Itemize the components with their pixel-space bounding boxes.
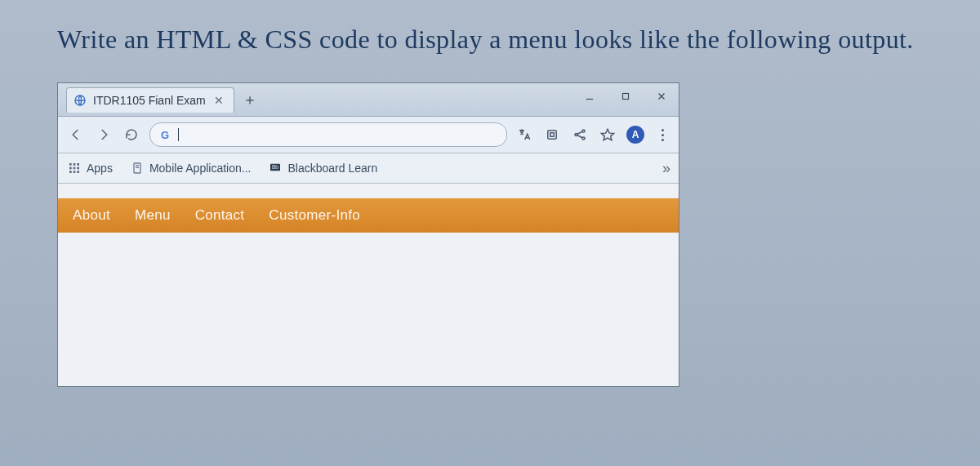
svg-rect-19: [69, 171, 72, 173]
profile-avatar[interactable]: A: [626, 126, 644, 144]
svg-rect-6: [550, 133, 555, 137]
bookmarks-bar: Apps Mobile Application... Bb Blackboard…: [58, 153, 679, 184]
close-window-button[interactable]: [649, 87, 674, 106]
toolbar-right: A: [515, 126, 670, 144]
svg-rect-18: [77, 167, 79, 170]
bookmark-apps[interactable]: Apps: [68, 162, 113, 175]
apps-grid-icon: [68, 162, 81, 175]
tab-bar: ITDR1105 Fianl Exam ✕ ＋: [58, 83, 679, 117]
maximize-button[interactable]: [613, 87, 638, 106]
bookmark-star-icon[interactable]: [599, 126, 617, 144]
menu-link-contact[interactable]: Contact: [195, 207, 245, 224]
menu-link-customer[interactable]: Customer-Info: [269, 207, 360, 224]
svg-point-9: [582, 137, 585, 140]
tab-title: ITDR1105 Fianl Exam: [93, 94, 206, 107]
menu-kebab-icon[interactable]: [654, 126, 670, 143]
svg-point-7: [575, 134, 577, 136]
back-button[interactable]: [66, 125, 86, 144]
svg-rect-20: [74, 171, 76, 173]
globe-icon: [74, 94, 87, 107]
bookmark-blackboard-learn[interactable]: Bb Blackboard Learn: [269, 162, 377, 175]
window-controls: [577, 87, 674, 106]
blackboard-icon: Bb: [269, 162, 282, 175]
svg-line-11: [577, 135, 582, 138]
bookmark-label: Blackboard Learn: [287, 162, 377, 175]
bookmarks-overflow-icon[interactable]: »: [662, 160, 670, 177]
svg-rect-2: [623, 94, 629, 100]
svg-rect-17: [74, 167, 76, 170]
close-tab-icon[interactable]: ✕: [212, 94, 225, 107]
orange-menu-bar: About Menu Contact Customer-Info: [58, 198, 679, 233]
svg-rect-5: [548, 131, 557, 140]
browser-window: ITDR1105 Fianl Exam ✕ ＋: [57, 82, 679, 387]
svg-rect-15: [77, 163, 79, 166]
bookmark-mobile-application[interactable]: Mobile Application...: [131, 162, 252, 175]
bookmark-label: Mobile Application...: [149, 162, 252, 175]
page-instruction: Write an HTML & CSS code to display a me…: [57, 24, 956, 55]
svg-rect-13: [69, 163, 72, 166]
toolbar: G A: [58, 117, 679, 153]
browser-tab[interactable]: ITDR1105 Fianl Exam ✕: [66, 87, 234, 113]
reload-button[interactable]: [122, 125, 141, 144]
bookmark-label: Apps: [87, 162, 113, 175]
svg-point-8: [582, 130, 585, 132]
svg-rect-21: [77, 171, 79, 173]
minimize-button[interactable]: [577, 87, 602, 106]
svg-rect-16: [69, 167, 72, 170]
page-content: About Menu Contact Customer-Info: [58, 184, 679, 386]
search-engine-icon: G: [158, 128, 172, 141]
translate-icon[interactable]: [515, 126, 533, 144]
svg-rect-14: [74, 163, 76, 166]
text-cursor: [178, 128, 179, 141]
address-bar[interactable]: G: [149, 122, 507, 147]
new-tab-button[interactable]: ＋: [239, 89, 261, 110]
svg-text:Bb: Bb: [272, 164, 278, 170]
omnibox-input[interactable]: [185, 122, 498, 147]
share-icon[interactable]: [571, 126, 589, 144]
svg-line-10: [577, 131, 582, 134]
svg-marker-12: [602, 129, 614, 140]
extension-icon[interactable]: [543, 126, 561, 144]
forward-button[interactable]: [94, 125, 114, 144]
menu-link-menu[interactable]: Menu: [135, 207, 171, 224]
menu-link-about[interactable]: About: [73, 207, 110, 224]
document-icon: [131, 162, 144, 175]
